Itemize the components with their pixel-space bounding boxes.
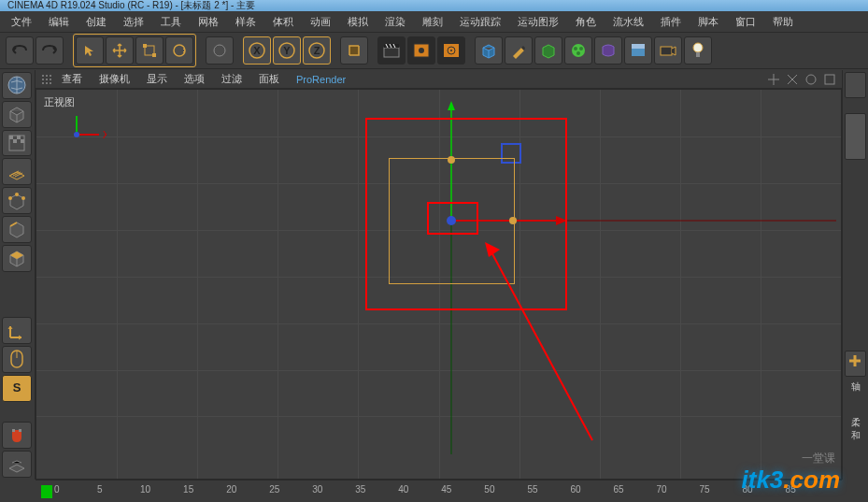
viewport-label: 正视图 bbox=[44, 95, 75, 109]
svg-point-34 bbox=[15, 193, 19, 196]
menu-tools[interactable]: 工具 bbox=[153, 13, 189, 31]
edge-mode-button[interactable] bbox=[2, 216, 32, 243]
menu-spline[interactable]: 样条 bbox=[228, 13, 263, 31]
menu-help[interactable]: 帮助 bbox=[765, 13, 801, 31]
right-add-button[interactable] bbox=[845, 351, 866, 377]
model-mode-button[interactable] bbox=[2, 101, 32, 128]
menu-pipeline[interactable]: 流水线 bbox=[605, 13, 651, 31]
viewport-grip-icon[interactable] bbox=[41, 74, 52, 85]
right-grip[interactable] bbox=[845, 72, 866, 98]
vp-menu-view[interactable]: 查看 bbox=[54, 70, 90, 88]
vp-maximize-icon[interactable] bbox=[823, 73, 836, 86]
menu-mograph[interactable]: 运动图形 bbox=[510, 13, 566, 31]
tick-5: 5 bbox=[97, 484, 103, 495]
y-axis-lock[interactable]: Y bbox=[273, 36, 301, 65]
vp-zoom-icon[interactable] bbox=[786, 73, 799, 86]
tick-65: 65 bbox=[613, 484, 623, 495]
workplane-button[interactable] bbox=[2, 158, 32, 185]
workplane-snap-button[interactable] bbox=[2, 451, 32, 478]
svg-point-46 bbox=[50, 79, 51, 80]
axis-button[interactable] bbox=[2, 317, 32, 344]
menu-character[interactable]: 角色 bbox=[568, 13, 604, 31]
svg-point-21 bbox=[576, 51, 580, 55]
tick-0: 0 bbox=[54, 484, 60, 495]
coord-system-button[interactable] bbox=[340, 36, 368, 65]
menu-window[interactable]: 窗口 bbox=[728, 13, 763, 31]
right-tool-1[interactable] bbox=[845, 113, 866, 160]
svg-rect-11 bbox=[384, 48, 399, 57]
vp-menu-prorender[interactable]: ProRender bbox=[289, 72, 353, 87]
svg-rect-24 bbox=[661, 47, 672, 55]
time-scale[interactable]: 0 5 10 15 20 25 30 35 40 45 50 55 60 65 … bbox=[54, 484, 836, 499]
z-axis-lock[interactable]: Z bbox=[303, 36, 331, 65]
menu-sculpt[interactable]: 雕刻 bbox=[415, 13, 450, 31]
subdivision-button[interactable] bbox=[534, 36, 562, 65]
tick-40: 40 bbox=[398, 484, 408, 495]
menu-file[interactable]: 文件 bbox=[4, 13, 39, 31]
render-view-button[interactable] bbox=[407, 36, 435, 65]
menu-script[interactable]: 脚本 bbox=[690, 13, 726, 31]
menu-edit[interactable]: 编辑 bbox=[41, 13, 77, 31]
vp-rotate-icon[interactable] bbox=[804, 73, 818, 86]
vp-menu-options[interactable]: 选项 bbox=[177, 70, 212, 88]
vp-menu-panel[interactable]: 面板 bbox=[251, 70, 287, 88]
svg-point-41 bbox=[42, 75, 44, 77]
deformer-button[interactable] bbox=[594, 36, 622, 65]
svg-rect-26 bbox=[696, 52, 700, 57]
playhead[interactable] bbox=[41, 485, 52, 498]
environment-button[interactable] bbox=[624, 36, 652, 65]
texture-mode-button[interactable] bbox=[2, 130, 32, 157]
transform-tools-group bbox=[73, 34, 196, 67]
vp-menu-cameras[interactable]: 摄像机 bbox=[92, 70, 137, 88]
scale-tool[interactable] bbox=[135, 36, 164, 65]
magnet-button[interactable] bbox=[2, 422, 32, 449]
spline-pen-button[interactable] bbox=[505, 36, 533, 65]
undo-button[interactable] bbox=[6, 36, 34, 65]
mouse-button[interactable] bbox=[2, 346, 32, 373]
svg-text:Y: Y bbox=[283, 45, 291, 56]
svg-point-47 bbox=[42, 82, 44, 84]
render-settings-button[interactable] bbox=[437, 36, 465, 65]
tick-70: 70 bbox=[656, 484, 666, 495]
timeline[interactable]: 0 5 10 15 20 25 30 35 40 45 50 55 60 65 … bbox=[36, 480, 842, 502]
vp-menu-display[interactable]: 显示 bbox=[139, 70, 175, 88]
redo-button[interactable] bbox=[36, 36, 64, 65]
tick-75: 75 bbox=[700, 484, 710, 495]
menu-plugins[interactable]: 插件 bbox=[653, 13, 689, 31]
menu-render[interactable]: 渲染 bbox=[377, 13, 413, 31]
tick-45: 45 bbox=[441, 484, 451, 495]
svg-text:Z: Z bbox=[314, 45, 320, 56]
clapperboard-button[interactable] bbox=[377, 36, 406, 65]
move-tool[interactable] bbox=[106, 36, 134, 65]
menu-mesh[interactable]: 网格 bbox=[191, 13, 226, 31]
title-text: CINEMA 4D R19.024 Studio (RC - R19) - [未… bbox=[7, 0, 255, 11]
select-tool[interactable] bbox=[76, 36, 104, 65]
cube-primitive-button[interactable] bbox=[475, 36, 503, 65]
watermark-ext: .com bbox=[783, 466, 840, 494]
generator-button[interactable] bbox=[564, 36, 592, 65]
viewport-3d[interactable]: 正视图 bbox=[36, 89, 842, 480]
svg-rect-29 bbox=[9, 136, 13, 139]
vp-menu-filter[interactable]: 过滤 bbox=[214, 70, 249, 88]
tick-60: 60 bbox=[570, 484, 580, 495]
rotate-tool[interactable] bbox=[165, 36, 193, 65]
recent-tool[interactable] bbox=[206, 36, 234, 65]
menu-simulate[interactable]: 模拟 bbox=[340, 13, 376, 31]
snap-button[interactable]: S bbox=[2, 375, 32, 402]
svg-rect-31 bbox=[13, 139, 17, 143]
light-button[interactable] bbox=[684, 36, 712, 65]
viewport-container: 查看 摄像机 显示 选项 过滤 面板 ProRender 正视图 bbox=[36, 70, 842, 480]
menu-motiontrack[interactable]: 运动跟踪 bbox=[452, 13, 508, 31]
menu-volume[interactable]: 体积 bbox=[265, 13, 301, 31]
vp-pan-icon[interactable] bbox=[767, 73, 780, 86]
camera-button[interactable] bbox=[654, 36, 682, 65]
svg-point-3 bbox=[174, 45, 185, 56]
polygon-mode-button[interactable] bbox=[2, 245, 32, 272]
menu-animate[interactable]: 动画 bbox=[303, 13, 338, 31]
menu-create[interactable]: 创建 bbox=[78, 13, 114, 31]
point-mode-button[interactable] bbox=[2, 187, 32, 214]
make-editable-button[interactable] bbox=[2, 72, 32, 99]
x-axis-lock[interactable]: X bbox=[243, 36, 271, 65]
menu-select[interactable]: 选择 bbox=[116, 13, 151, 31]
svg-point-17 bbox=[450, 50, 452, 51]
